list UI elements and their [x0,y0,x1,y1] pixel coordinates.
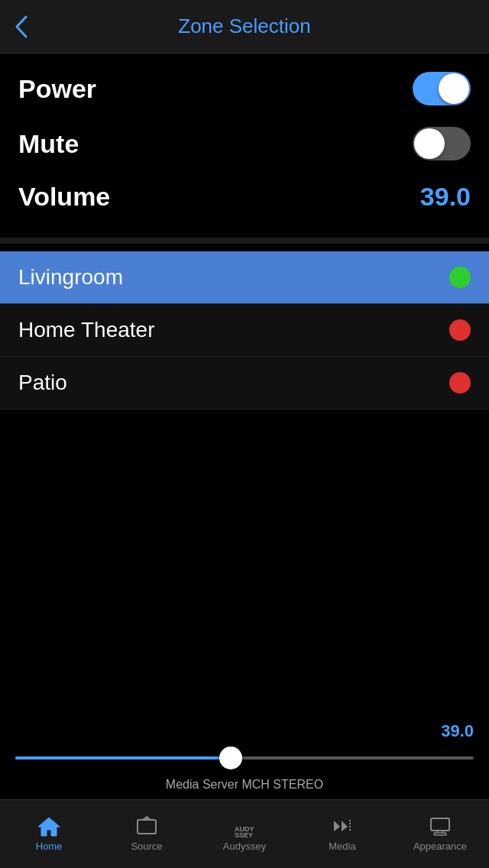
status-dot-patio [449,372,471,394]
mute-toggle[interactable] [413,127,471,160]
slider-fill [15,756,231,760]
section-divider [0,238,489,244]
tab-appearance-label: Appearance [413,840,467,852]
header: Zone Selection [0,0,489,53]
volume-value: 39.0 [420,182,471,212]
home-icon [37,816,60,837]
tab-source-label: Source [131,840,162,852]
tab-home-label: Home [36,840,63,852]
tab-home[interactable]: Home [0,800,98,868]
slider-track [15,756,474,760]
tab-media-label: Media [329,840,355,852]
source-info: Media Server MCH STEREO [15,778,474,792]
status-dot-home-theater [449,319,471,341]
power-toggle-knob [439,73,469,104]
power-label: Power [18,74,96,104]
svg-text:SSEY: SSEY [235,831,253,837]
tab-appearance[interactable]: Appearance [391,800,489,868]
tab-audyssey[interactable]: AUDY SSEY Audyssey [196,800,293,868]
slider-thumb [219,747,242,769]
audyssey-icon: AUDY SSEY [233,816,256,837]
mute-toggle-knob [414,128,445,159]
zone-name-patio: Patio [18,371,67,395]
bottom-volume-section: 39.0 Media Server MCH STEREO [0,714,489,792]
mute-label: Mute [18,129,79,159]
status-dot-livingroom [449,267,471,288]
mute-row: Mute [18,116,471,171]
bottom-volume-value: 39.0 [15,721,474,741]
source-icon [135,816,158,837]
zone-item-patio[interactable]: Patio [0,357,489,410]
svg-rect-9 [431,818,449,831]
volume-label: Volume [18,182,110,212]
svg-marker-0 [38,818,60,836]
volume-slider[interactable] [15,744,474,772]
zone-name-home-theater: Home Theater [18,318,154,342]
appearance-icon [429,816,452,837]
zone-list: Livingroom Home Theater Patio [0,251,489,410]
power-row: Power [18,61,471,116]
media-icon [331,816,354,837]
zone-name-livingroom: Livingroom [18,265,123,290]
back-button[interactable] [12,14,31,40]
volume-row: Volume 39.0 [18,171,471,222]
power-toggle[interactable] [413,72,471,105]
page-title: Zone Selection [178,15,310,38]
tab-source[interactable]: Source [98,800,196,868]
zone-item-livingroom[interactable]: Livingroom [0,251,489,304]
tab-bar: Home Source AUDY SSEY Audyssey Media [0,799,489,868]
svg-rect-10 [434,833,446,835]
zone-item-home-theater[interactable]: Home Theater [0,304,489,357]
tab-media[interactable]: Media [293,800,391,868]
controls-section: Power Mute Volume 39.0 [0,53,489,238]
tab-audyssey-label: Audyssey [223,840,266,852]
svg-rect-1 [138,820,156,834]
